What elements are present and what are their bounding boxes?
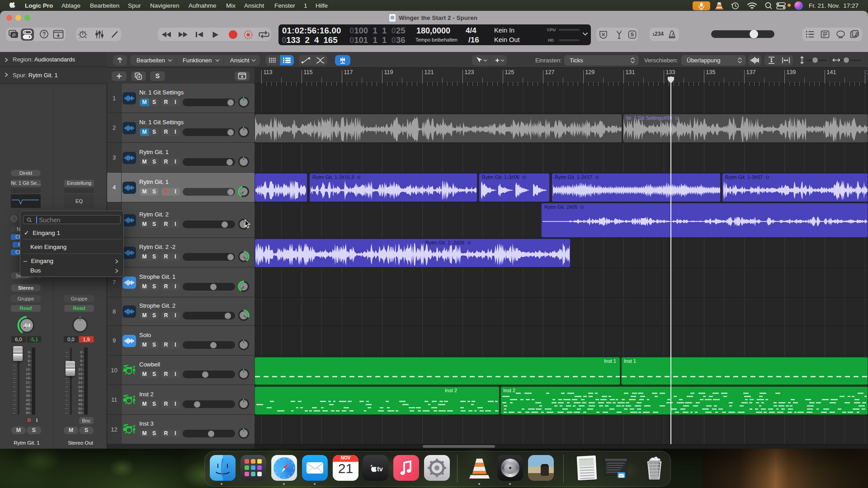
svg-text:tv: tv xyxy=(377,465,383,473)
svg-text:-64: -64 xyxy=(23,323,31,328)
svg-text:S: S xyxy=(631,32,634,37)
